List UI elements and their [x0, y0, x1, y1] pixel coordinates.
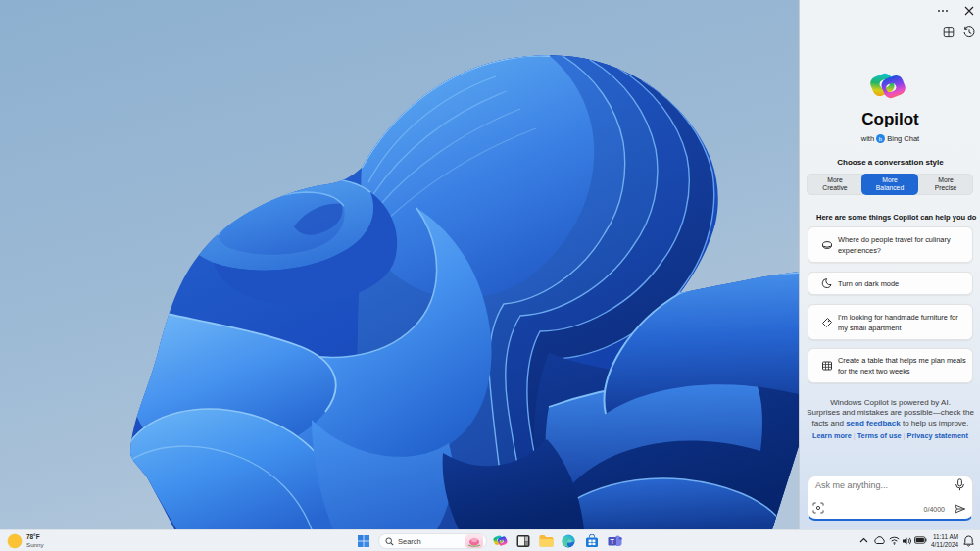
svg-text:T: T	[611, 538, 615, 545]
svg-text:b: b	[879, 136, 882, 142]
